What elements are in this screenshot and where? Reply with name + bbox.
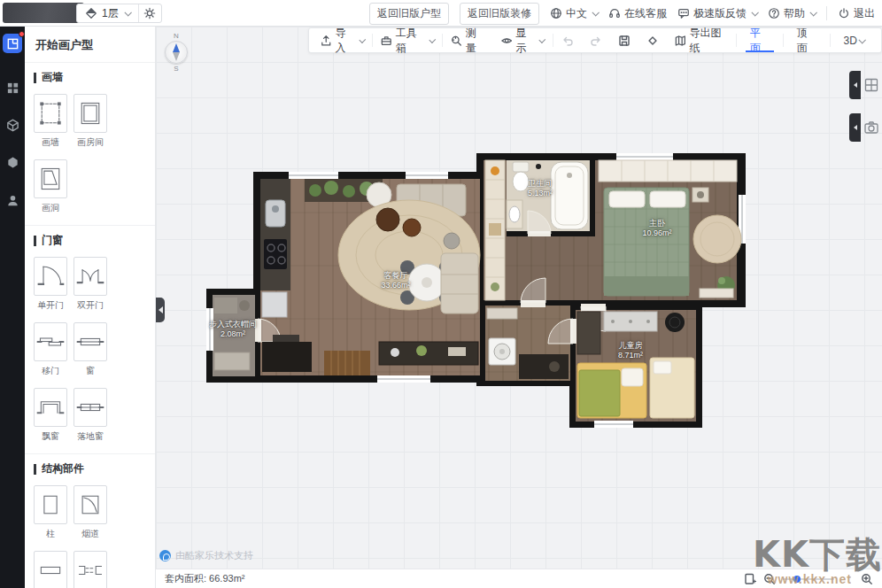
sidebar-item-floorplan[interactable] (3, 34, 22, 53)
cube-icon (6, 119, 19, 132)
online-support-button[interactable]: 在线客服 (608, 6, 667, 21)
tool-window[interactable]: 窗 (74, 322, 107, 377)
undo-button[interactable] (553, 28, 582, 52)
layout-window-button[interactable] (863, 77, 879, 93)
back-old-decor-button[interactable]: 返回旧版装修 (460, 3, 539, 25)
tool-beam[interactable]: 梁 (34, 551, 67, 588)
chevron-down-icon (809, 9, 816, 16)
sidebar-item-library[interactable] (3, 78, 22, 97)
floor-settings-button[interactable] (138, 4, 161, 22)
tab-ceiling-view[interactable]: 顶面 (784, 28, 830, 52)
floorplan-drawing[interactable] (156, 27, 882, 569)
eraser-button[interactable] (638, 28, 667, 52)
draw-hole-icon (36, 163, 65, 195)
powered-by: 由酷家乐技术支持 (159, 549, 253, 562)
fit-screen-icon[interactable] (744, 573, 756, 585)
chevron-down-icon (592, 9, 599, 16)
sidebar-item-account[interactable] (3, 190, 22, 210)
eraser-diamond-icon (646, 35, 659, 47)
back-old-floorplan-button[interactable]: 返回旧版户型 (369, 3, 449, 25)
divider (826, 6, 827, 20)
tab-3d-view[interactable]: 3D (831, 28, 878, 52)
tool-draw-opening[interactable]: 画洞 (34, 159, 67, 214)
person-icon (6, 194, 19, 207)
section-draw-wall: 画墙 画墙 画房间 画洞 (25, 62, 155, 225)
help-menu[interactable]: 帮助 (768, 6, 816, 21)
undo-icon (561, 35, 574, 47)
closet-strip (485, 160, 505, 300)
powered-by-text: 由酷家乐技术支持 (175, 549, 253, 562)
toolbox-button[interactable]: 工具箱 (373, 28, 442, 52)
exit-button[interactable]: 退出 (838, 6, 875, 21)
right-panel-collapse-1[interactable] (849, 71, 861, 99)
layers-diamond-icon (85, 7, 97, 19)
status-bar: 套内面积: 66.93m² (156, 569, 882, 588)
export-drawing-button[interactable]: 导出图纸 (667, 28, 736, 52)
language-menu[interactable]: 中文 (550, 6, 598, 21)
compass-needle-north (173, 43, 180, 52)
tool-panel: 开始画户型 画墙 画墙 画房间 (25, 27, 156, 588)
chevron-down-icon (539, 36, 546, 43)
save-icon (618, 35, 631, 47)
camera-button[interactable] (863, 120, 879, 135)
feedback-menu[interactable]: 极速版反馈 (677, 6, 757, 21)
redo-button[interactable] (582, 28, 610, 52)
window-icon (76, 326, 104, 358)
measure-button[interactable]: 测量 (443, 28, 492, 52)
display-button[interactable]: 显示 (493, 28, 553, 52)
map-icon (675, 35, 686, 47)
tool-draw-wall[interactable]: 画墙 (34, 94, 67, 149)
compass-face (165, 41, 188, 64)
section-doors-windows: 门窗 单开门 双开门 移门 (25, 225, 155, 453)
chevron-down-icon (751, 9, 758, 16)
column-icon (36, 489, 65, 521)
tool-door-opening[interactable]: 门洞 (74, 551, 107, 588)
section-title: 门窗 (42, 233, 63, 248)
bay-window-icon (36, 391, 65, 423)
panel-title: 开始画户型 (25, 27, 155, 62)
sidebar-item-models[interactable] (3, 115, 22, 135)
section-bar (34, 464, 36, 475)
floor-selector[interactable]: 1层 (77, 4, 138, 22)
tool-flue[interactable]: 烟道 (74, 485, 107, 540)
tool-sliding-door[interactable]: 移门 (34, 322, 67, 377)
floorplan-canvas[interactable]: 客餐厅33.66m² 主卧10.96m² 卫生间5.13m² 步入式衣帽间2.0… (156, 27, 882, 569)
measure-icon (451, 35, 462, 47)
top-bar: 1层 返回旧版户型 返回旧版装修 中文 在线客服 (0, 0, 882, 27)
camera-icon (863, 120, 879, 135)
floor-window-icon (76, 391, 104, 423)
apps-grid-icon (6, 81, 19, 95)
canvas-toolbar: 导入 工具箱 测量 显示 导出图纸 (308, 27, 882, 53)
left-icon-strip (0, 27, 25, 588)
tool-bay-window[interactable]: 飘窗 (34, 388, 67, 443)
tool-double-door[interactable]: 双开门 (74, 257, 107, 312)
compass: N S (163, 32, 190, 73)
zoom-slider[interactable] (783, 578, 834, 580)
save-button[interactable] (610, 28, 638, 52)
power-icon (838, 7, 850, 19)
section-bar (34, 236, 36, 246)
language-label: 中文 (566, 6, 587, 21)
zoom-controls (744, 573, 873, 585)
panel-collapse-handle[interactable] (156, 298, 165, 322)
floor-selector-label: 1层 (102, 6, 119, 21)
import-button[interactable]: 导入 (313, 28, 372, 52)
compass-south-label: S (163, 65, 190, 73)
right-panel-collapse-2[interactable] (849, 113, 861, 142)
globe-icon (550, 7, 562, 19)
window-grid-icon (863, 77, 879, 93)
double-door-icon (76, 260, 104, 292)
zoom-out-icon[interactable] (763, 573, 776, 585)
question-circle-icon (768, 7, 780, 19)
tool-draw-room[interactable]: 画房间 (74, 94, 107, 149)
gem-icon (6, 156, 19, 169)
sidebar-item-materials[interactable] (3, 152, 22, 172)
toolbox-icon (381, 35, 392, 47)
tool-column[interactable]: 柱 (34, 485, 67, 540)
zoom-slider-handle[interactable] (793, 576, 801, 583)
tool-floor-window[interactable]: 落地窗 (74, 388, 107, 443)
floorplan-icon (6, 37, 19, 50)
zoom-in-icon[interactable] (861, 573, 873, 585)
tab-plan-view[interactable]: 平面 (737, 28, 783, 52)
tool-single-door[interactable]: 单开门 (34, 257, 67, 312)
